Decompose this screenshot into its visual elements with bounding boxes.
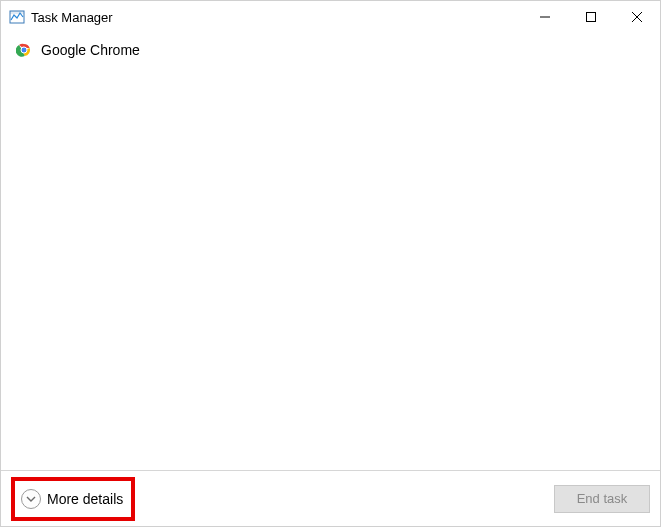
maximize-icon — [586, 12, 596, 22]
titlebar: Task Manager — [1, 1, 660, 33]
process-list: Google Chrome — [1, 33, 660, 470]
window-title: Task Manager — [31, 10, 522, 25]
annotation-highlight: More details — [11, 477, 135, 521]
more-details-toggle[interactable]: More details — [15, 485, 129, 513]
minimize-icon — [540, 12, 550, 22]
chevron-down-icon — [21, 489, 41, 509]
footer: More details End task — [1, 470, 660, 526]
process-row[interactable]: Google Chrome — [11, 37, 650, 63]
svg-rect-3 — [587, 13, 596, 22]
minimize-button[interactable] — [522, 1, 568, 33]
close-icon — [632, 12, 642, 22]
svg-rect-1 — [10, 11, 24, 14]
close-button[interactable] — [614, 1, 660, 33]
more-details-label: More details — [47, 491, 123, 507]
maximize-button[interactable] — [568, 1, 614, 33]
process-name: Google Chrome — [41, 42, 140, 58]
task-manager-icon — [9, 9, 25, 25]
chrome-icon — [15, 41, 33, 59]
window-controls — [522, 1, 660, 33]
end-task-button[interactable]: End task — [554, 485, 650, 513]
